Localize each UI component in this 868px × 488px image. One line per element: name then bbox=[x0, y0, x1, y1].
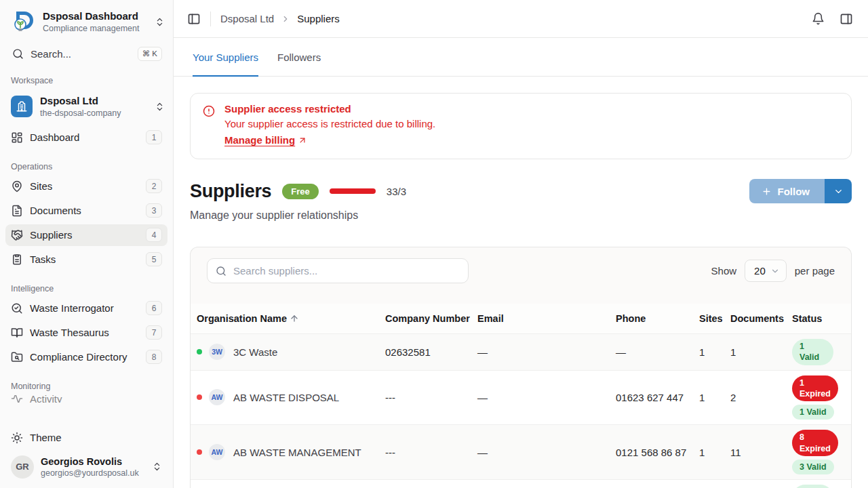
column-header-phone[interactable]: Phone bbox=[616, 313, 699, 324]
column-header-documents[interactable]: Documents bbox=[730, 313, 792, 324]
table-header-row: Organisation Name Company Number Email P… bbox=[191, 304, 851, 333]
documents-cell: 2 bbox=[730, 388, 792, 407]
tab-followers[interactable]: Followers bbox=[277, 38, 321, 76]
follow-split-button[interactable]: Follow bbox=[749, 179, 852, 203]
documents-cell: 1 bbox=[730, 342, 792, 362]
section-intelligence: Intelligence bbox=[5, 273, 167, 298]
sidebar-item-activity[interactable]: Activity bbox=[5, 395, 167, 403]
circle-alert-icon bbox=[203, 103, 215, 146]
plan-badge: Free bbox=[282, 184, 318, 199]
column-header-sites[interactable]: Sites bbox=[699, 313, 730, 324]
breadcrumb-workspace[interactable]: Dsposal Ltd bbox=[220, 13, 274, 24]
map-pin-icon bbox=[11, 180, 23, 192]
app-switcher[interactable]: Dsposal Dashboard Compliance management bbox=[0, 0, 173, 41]
company-number-cell: --- bbox=[385, 443, 477, 462]
table-toolbar: Show 20 per page bbox=[191, 247, 851, 304]
column-header-status[interactable]: Status bbox=[792, 313, 833, 324]
shortcut-badge: 4 bbox=[146, 228, 162, 242]
user-menu[interactable]: GR Georgios Rovolis georgios@yourdsposal… bbox=[5, 451, 167, 483]
panel-right-icon bbox=[840, 12, 853, 26]
sidebar-item-label: Activity bbox=[30, 395, 162, 403]
sidebar-item-label: Tasks bbox=[30, 253, 139, 265]
main-area: Dsposal Ltd Suppliers Your Suppliers Fol… bbox=[174, 0, 868, 488]
phone-cell: 0121 568 86 87 bbox=[616, 443, 699, 462]
table-row[interactable]: AW AB WASTE MANAGEMENT --- — 0121 568 86… bbox=[191, 424, 851, 479]
page-subtitle: Manage your supplier relationships bbox=[190, 209, 852, 222]
column-header-email[interactable]: Email bbox=[477, 313, 616, 324]
theme-toggle[interactable]: Theme bbox=[5, 427, 167, 449]
app-logo-icon bbox=[11, 9, 36, 35]
status-dot bbox=[197, 349, 202, 354]
suppliers-search-box[interactable] bbox=[207, 258, 469, 283]
phone-cell: — bbox=[616, 342, 699, 362]
column-header-organisation[interactable]: Organisation Name bbox=[197, 313, 385, 324]
content: Supplier access restricted Your supplier… bbox=[174, 77, 868, 488]
sort-arrow-up-icon bbox=[290, 314, 299, 323]
bell-icon bbox=[812, 12, 825, 25]
sun-icon bbox=[11, 432, 23, 444]
status-dot bbox=[197, 394, 202, 400]
sidebar-item-documents[interactable]: Documents 3 bbox=[5, 200, 167, 222]
chevron-down-icon bbox=[770, 266, 780, 276]
sidebar-toggle-button[interactable] bbox=[184, 9, 203, 28]
right-panel-toggle-button[interactable] bbox=[837, 9, 856, 28]
plus-icon bbox=[762, 186, 772, 197]
shortcut-badge: 6 bbox=[146, 301, 162, 315]
email-cell: — bbox=[477, 388, 616, 407]
supplier-avatar: AW bbox=[209, 444, 225, 460]
billing-alert: Supplier access restricted Your supplier… bbox=[190, 93, 852, 159]
table-row[interactable]: AW ACM Waste Management --- — 08700 7775… bbox=[191, 479, 851, 488]
tab-your-suppliers[interactable]: Your Suppliers bbox=[193, 38, 258, 76]
search-trigger[interactable]: Search... ⌘ K bbox=[0, 41, 173, 65]
company-number-cell: --- bbox=[385, 388, 477, 407]
page-title: Suppliers bbox=[190, 181, 271, 202]
supplier-name: AB WASTE MANAGEMENT bbox=[233, 447, 361, 458]
suppliers-search-input[interactable] bbox=[233, 265, 460, 277]
theme-label: Theme bbox=[30, 432, 162, 443]
arrow-up-right-icon bbox=[298, 136, 307, 145]
sidebar-item-label: Suppliers bbox=[30, 229, 139, 241]
email-cell: — bbox=[477, 443, 616, 462]
manage-billing-link[interactable]: Manage billing bbox=[224, 134, 307, 146]
sidebar-item-suppliers[interactable]: Suppliers 4 bbox=[5, 224, 167, 246]
follow-button[interactable]: Follow bbox=[749, 179, 825, 203]
sidebar-item-waste-thesaurus[interactable]: Waste Thesaurus 7 bbox=[5, 322, 167, 344]
sidebar-item-waste-interrogator[interactable]: Waste Interrogator 6 bbox=[5, 298, 167, 319]
breadcrumb: Dsposal Ltd Suppliers bbox=[220, 13, 340, 24]
table-row[interactable]: 3W 3C Waste 02632581 — — 1 1 1 Valid bbox=[191, 333, 851, 370]
tab-bar: Your Suppliers Followers bbox=[174, 38, 868, 77]
follow-dropdown-button[interactable] bbox=[825, 179, 852, 203]
search-shortcut: ⌘ K bbox=[138, 47, 162, 61]
supplier-name: AB WASTE DISPOSAL bbox=[233, 392, 339, 403]
user-name: Georgios Rovolis bbox=[41, 455, 145, 468]
chevrons-up-down-icon bbox=[155, 17, 165, 27]
folder-search-icon bbox=[11, 351, 23, 363]
notifications-button[interactable] bbox=[808, 9, 827, 28]
per-page-label: per page bbox=[795, 265, 835, 277]
shortcut-badge: 5 bbox=[146, 252, 162, 266]
app-subtitle: Compliance management bbox=[43, 23, 148, 34]
page-header: Suppliers Free 33/3 Follow bbox=[190, 179, 852, 203]
search-icon bbox=[12, 48, 24, 60]
sidebar-item-label: Waste Interrogator bbox=[30, 302, 139, 314]
status-badge: 1 Expired bbox=[792, 375, 838, 402]
status-dot bbox=[197, 449, 202, 455]
status-badge: 1 Valid bbox=[792, 339, 833, 365]
status-badge: 1 Valid bbox=[792, 405, 834, 420]
sidebar-item-sites[interactable]: Sites 2 bbox=[5, 176, 167, 197]
shortcut-badge: 1 bbox=[146, 130, 162, 144]
section-workspace: Workspace bbox=[0, 65, 173, 89]
panel-left-icon bbox=[187, 12, 201, 26]
table-row[interactable]: AW AB WASTE DISPOSAL --- — 01623 627 447… bbox=[191, 370, 851, 425]
documents-cell: 11 bbox=[730, 443, 792, 462]
column-header-company[interactable]: Company Number bbox=[385, 313, 477, 324]
search-label: Search... bbox=[31, 48, 131, 60]
sidebar-item-dashboard[interactable]: Dashboard 1 bbox=[5, 127, 167, 148]
page-size-select[interactable]: 20 bbox=[745, 260, 787, 282]
workspace-switcher[interactable]: Dsposal Ltd the-dsposal-company bbox=[0, 89, 173, 124]
sites-cell: 1 bbox=[699, 443, 730, 462]
sidebar-item-tasks[interactable]: Tasks 5 bbox=[5, 249, 167, 270]
supplier-avatar: AW bbox=[209, 389, 225, 405]
alert-message: Your supplier access is restricted due t… bbox=[224, 118, 435, 129]
sidebar-item-compliance-directory[interactable]: Compliance Directory 8 bbox=[5, 346, 167, 368]
